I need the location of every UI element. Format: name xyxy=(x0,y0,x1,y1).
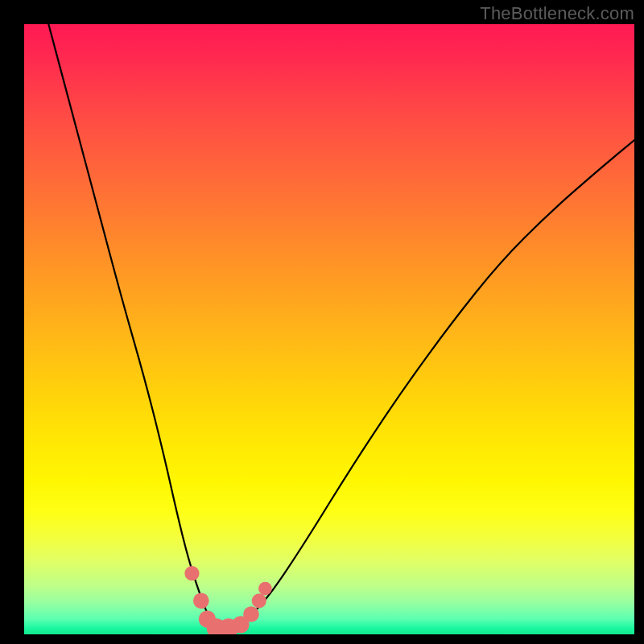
watermark-text: TheBottleneck.com xyxy=(480,3,634,24)
plot-area xyxy=(24,24,634,634)
data-marker xyxy=(232,616,249,633)
data-marker xyxy=(193,592,209,609)
data-marker xyxy=(252,593,266,608)
chart-frame: TheBottleneck.com xyxy=(0,0,644,644)
data-marker xyxy=(207,618,226,634)
data-marker xyxy=(243,606,259,622)
data-marker xyxy=(184,566,199,580)
bottleneck-curve xyxy=(48,24,634,628)
curve-layer xyxy=(48,24,634,628)
chart-svg xyxy=(24,24,634,634)
marker-layer xyxy=(184,566,271,634)
data-marker xyxy=(219,618,238,634)
data-marker xyxy=(199,610,216,627)
data-marker xyxy=(258,582,272,596)
